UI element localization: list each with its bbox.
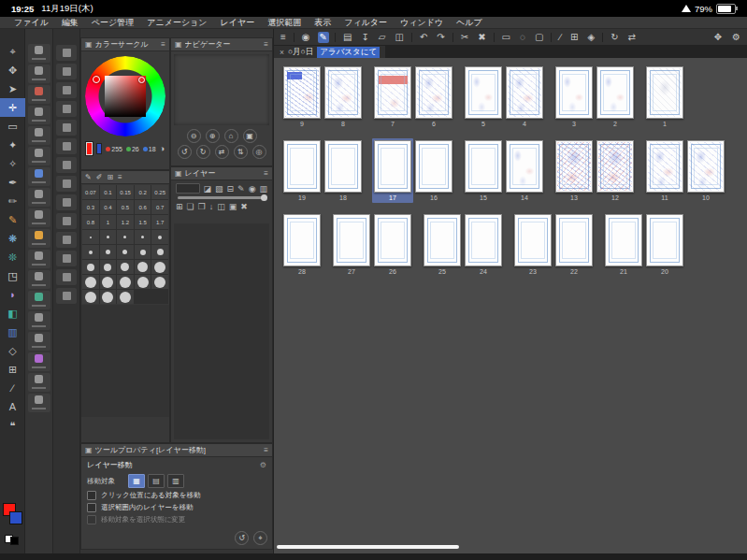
blend-tool[interactable]: ◗: [0, 285, 25, 304]
workspace-settings-icon[interactable]: ⚙: [730, 32, 742, 43]
fit-to-screen-icon[interactable]: ⌂: [224, 129, 238, 143]
menu-item-2[interactable]: 編集: [55, 17, 85, 29]
brush-tool[interactable]: ✎: [0, 210, 25, 229]
horizontal-scrollbar[interactable]: [277, 545, 459, 549]
brush-size-12[interactable]: [117, 245, 134, 259]
page-thumbnail-23[interactable]: 23: [512, 212, 553, 277]
fill-tool[interactable]: ◧: [0, 304, 25, 323]
merge-down-icon[interactable]: ↓: [209, 202, 214, 211]
snap-special-icon[interactable]: ◈: [585, 32, 596, 43]
subtool-slot-6[interactable]: [56, 138, 77, 154]
quick-access-item-9[interactable]: [28, 208, 50, 227]
balloon-tool[interactable]: ❝: [0, 416, 25, 435]
brush-size-0.25[interactable]: 0.25: [151, 185, 168, 199]
menu-item-9[interactable]: ウィンドウ: [394, 17, 450, 29]
cut-icon[interactable]: ✂: [459, 32, 470, 43]
new-page-icon[interactable]: ▤: [341, 32, 353, 43]
page-thumbnail-24[interactable]: 24: [463, 212, 504, 277]
decoration-tool[interactable]: ❊: [0, 248, 25, 266]
select-lasso-icon[interactable]: ◌: [518, 32, 527, 43]
quick-access-item-16[interactable]: [28, 352, 50, 371]
page-thumbnail-22[interactable]: 22: [553, 212, 595, 277]
brush-size-50[interactable]: [135, 260, 151, 274]
brush-size-10[interactable]: [100, 245, 117, 259]
quick-access-item-11[interactable]: [28, 250, 50, 268]
brush-size-3[interactable]: [100, 230, 117, 244]
zoom-tool[interactable]: ⌖: [0, 42, 25, 61]
pen-tool[interactable]: ✒: [0, 173, 25, 192]
move-target-all-layers[interactable]: ▦: [128, 474, 145, 488]
brush-size-0.07[interactable]: 0.07: [82, 185, 99, 199]
page-thumbnail-26[interactable]: 26: [372, 212, 413, 277]
move-target-single-layer[interactable]: ▤: [148, 474, 165, 488]
lock-transparent-icon[interactable]: ▥: [259, 184, 267, 194]
flip-vertical-icon[interactable]: ⇅: [234, 145, 248, 159]
flip-horizontal-icon[interactable]: ⇄: [215, 145, 229, 159]
zoom-in-icon[interactable]: ⊕: [206, 129, 220, 143]
sub-color-swatch[interactable]: [96, 143, 102, 154]
reset-view-icon[interactable]: ◎: [252, 145, 266, 159]
lock-layer-icon[interactable]: ◉: [249, 184, 256, 194]
brush-size-80[interactable]: [100, 275, 117, 289]
color-wheel[interactable]: [85, 56, 165, 136]
brush-size-70[interactable]: [82, 275, 99, 289]
menu-item-5[interactable]: レイヤー: [214, 17, 262, 29]
delete-layer-icon[interactable]: ✖: [240, 202, 248, 211]
hue-cursor[interactable]: [93, 76, 100, 83]
menu-item-8[interactable]: フィルター: [338, 17, 394, 29]
delete-icon[interactable]: ✖: [476, 32, 487, 43]
snap-ruler-icon[interactable]: ∕: [557, 32, 563, 43]
new-layer-icon[interactable]: ⊞: [176, 202, 183, 211]
touch-gesture-icon[interactable]: ◉: [300, 32, 312, 43]
current-color-swatch[interactable]: [86, 142, 93, 155]
airbrush-tool[interactable]: ❋: [0, 229, 25, 248]
layer-move-tool[interactable]: ✛: [0, 98, 25, 117]
layer-mask-icon[interactable]: ◫: [217, 202, 225, 211]
undo-icon[interactable]: ↶: [418, 32, 429, 43]
select-rect-icon[interactable]: ▭: [500, 32, 512, 43]
quick-access-item-6[interactable]: [28, 147, 50, 165]
new-folder-icon[interactable]: ❏: [187, 202, 194, 211]
brush-size-0.3[interactable]: 0.3: [82, 200, 99, 214]
brush-size-30[interactable]: [100, 260, 117, 274]
quick-access-item-4[interactable]: [28, 106, 50, 124]
menu-item-6[interactable]: 選択範囲: [261, 17, 308, 29]
page-manager-canvas[interactable]: 9876543211918171615141312111028272625242…: [274, 58, 747, 553]
rotate-right-icon[interactable]: ↻: [196, 145, 210, 159]
page-thumbnail-1[interactable]: 1: [644, 65, 685, 129]
quick-access-item-2[interactable]: [28, 65, 50, 83]
page-thumbnail-27[interactable]: 27: [331, 212, 372, 277]
quick-access-item-14[interactable]: [28, 311, 50, 330]
layer-color-icon[interactable]: ▧: [215, 184, 223, 194]
figure-tool[interactable]: ◇: [0, 341, 25, 360]
page-thumbnail-13[interactable]: 13: [553, 138, 595, 203]
brush-size-6[interactable]: [151, 230, 168, 244]
page-thumbnail-11[interactable]: 11: [644, 138, 685, 203]
menu-item-3[interactable]: ページ管理: [85, 17, 140, 29]
selection-tool[interactable]: ▭: [0, 117, 25, 136]
brush-size-4[interactable]: [117, 230, 134, 244]
menu-item-4[interactable]: アニメーション: [140, 17, 213, 29]
brush-size-0.1[interactable]: 0.1: [100, 185, 117, 199]
quick-access-item-7[interactable]: [28, 167, 50, 186]
page-thumbnail-5[interactable]: 5: [463, 65, 504, 129]
layer-list[interactable]: [174, 223, 269, 439]
subtool-slot-4[interactable]: [56, 101, 77, 117]
frame-border-tool[interactable]: ⊞: [0, 360, 25, 379]
panel-menu-icon[interactable]: ≡: [118, 173, 122, 181]
subtool-slot-7[interactable]: [56, 157, 77, 173]
close-tab-icon[interactable]: ×: [280, 48, 284, 57]
eyedropper-tool[interactable]: ✧: [0, 154, 25, 173]
quick-access-item-12[interactable]: [28, 270, 50, 289]
quick-access-item-15[interactable]: [28, 332, 50, 351]
page-thumbnail-8[interactable]: 8: [323, 65, 364, 129]
draft-layer-icon[interactable]: ✎: [237, 184, 245, 194]
flip-view-icon[interactable]: ⇄: [626, 32, 638, 43]
page-thumbnail-28[interactable]: 28: [281, 212, 323, 277]
duplicate-layer-icon[interactable]: ❐: [198, 202, 206, 211]
quick-access-item-3[interactable]: [28, 85, 50, 104]
quick-access-item-17[interactable]: [28, 373, 50, 392]
brush-size-300[interactable]: [100, 290, 117, 304]
page-thumbnail-17[interactable]: 17: [372, 138, 413, 203]
brush-size-0.8[interactable]: 0.8: [82, 215, 99, 229]
